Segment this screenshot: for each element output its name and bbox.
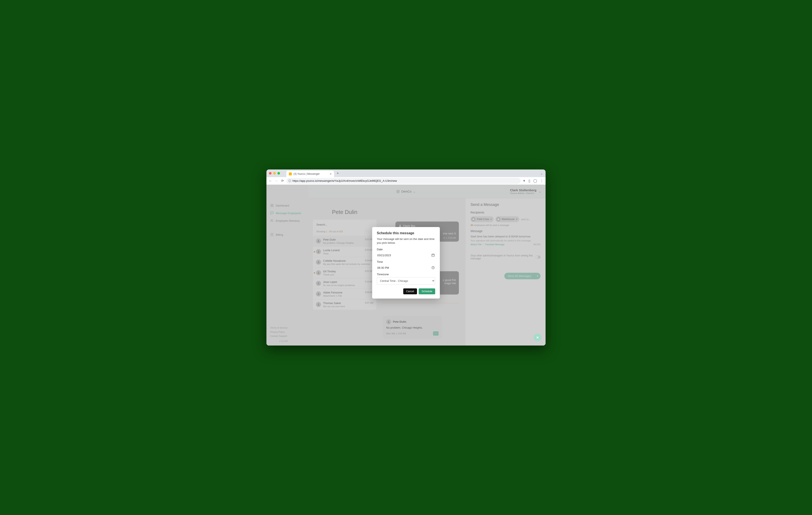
date-value: 03/21/2023 <box>377 254 391 257</box>
browser-tab-strip: (3) Yourco | Messenger × + ⌄ <box>266 169 546 177</box>
time-label: Time <box>377 260 435 264</box>
favicon-icon <box>289 172 292 175</box>
browser-tab[interactable]: (3) Yourco | Messenger × <box>286 171 334 177</box>
modal-subtitle: Your message will be sent on the date an… <box>377 237 435 245</box>
timezone-select[interactable]: Central Time - Chicago <box>377 277 435 284</box>
profile-icon[interactable]: ◯ <box>533 179 537 183</box>
date-field[interactable]: 03/21/2023 <box>377 252 435 258</box>
app-root: YOUR⦿CO DemCo ⌄ Clark Stoltenberg Yourco… <box>266 185 546 346</box>
clock-icon[interactable] <box>431 266 435 269</box>
modal-title: Schedule this message <box>377 231 435 235</box>
url-text: https://app.yourco.io/messenger/wYwJp1IX… <box>292 179 397 182</box>
address-bar[interactable]: ⓘ https://app.yourco.io/messenger/wYwJp1… <box>286 178 521 184</box>
window-controls <box>269 172 280 174</box>
svg-rect-23 <box>432 254 434 256</box>
close-window-icon[interactable] <box>269 172 271 174</box>
timezone-label: Timezone <box>377 273 435 276</box>
tab-overflow-icon[interactable]: ⌄ <box>540 171 543 175</box>
calendar-icon[interactable] <box>431 253 435 257</box>
date-label: Date <box>377 248 435 251</box>
maximize-window-icon[interactable] <box>278 172 280 174</box>
extension-area: ✦ ▯ ◯ ⋮ <box>523 179 544 183</box>
reload-icon[interactable]: ⟳ <box>281 179 284 183</box>
site-info-icon[interactable]: ⓘ <box>288 179 291 183</box>
close-compose-button[interactable] <box>534 334 541 341</box>
minimize-window-icon[interactable] <box>273 172 276 174</box>
forward-icon[interactable]: → <box>274 179 278 183</box>
schedule-button[interactable]: Schedule <box>419 289 435 294</box>
extensions-icon[interactable]: ✦ <box>523 179 525 183</box>
time-value: 06:30 PM <box>377 266 389 269</box>
panel-icon[interactable]: ▯ <box>528 179 530 183</box>
modal-actions: Cancel Schedule <box>377 289 435 294</box>
browser-toolbar: ← → ⟳ ⓘ https://app.yourco.io/messenger/… <box>266 177 546 185</box>
new-tab-button[interactable]: + <box>337 171 339 175</box>
browser-menu-icon[interactable]: ⋮ <box>540 179 544 183</box>
time-field[interactable]: 06:30 PM <box>377 265 435 271</box>
close-tab-icon[interactable]: × <box>330 172 331 175</box>
tab-title: (3) Yourco | Messenger <box>293 172 320 175</box>
back-icon[interactable]: ← <box>268 179 272 183</box>
cancel-button[interactable]: Cancel <box>403 289 417 294</box>
browser-window: (3) Yourco | Messenger × + ⌄ ← → ⟳ ⓘ htt… <box>266 169 546 346</box>
schedule-modal: Schedule this message Your message will … <box>372 227 440 299</box>
